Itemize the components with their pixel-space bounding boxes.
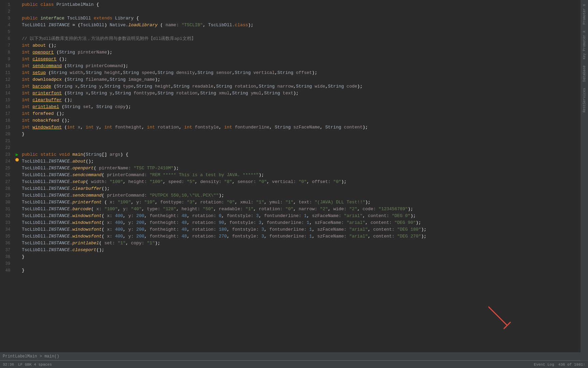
line-number: 15 [0,97,14,104]
code-line-6: 6 // 以下为dll函数库支持的方法，方法的作用与参数说明见附件【dll函数库… [0,35,580,42]
line-number: 38 [0,254,14,260]
code-line-38: 38 } [0,254,580,260]
line-number: 36 [0,240,14,247]
line-number: 37 [0,247,14,254]
status-bar: 32:36 LF GBK 4 spaces Event Log 436 of 1… [0,361,588,368]
code-line-34: 34 TscLibDll.INSTANCE.windowsfont( x: 40… [0,226,580,233]
line-code: TscLibDll.INSTANCE.about(); [20,158,580,165]
line-number: 10 [0,63,14,70]
line-number: 25 [0,165,14,172]
line-number: 18 [0,117,14,124]
code-line-35: 35 TscLibDll.INSTANCE.windowsfont( x: 40… [0,233,580,240]
code-line-28: 28 TscLibDll.INSTANCE.clearbuffer(); [0,185,580,192]
line-code: TscLibDll.INSTANCE.windowsfont( x: 400, … [20,213,580,219]
line-code: } [20,267,580,274]
line-number: 11 [0,70,14,76]
svg-line-0 [488,307,507,325]
sidebar-tab-database[interactable]: Database [582,63,587,85]
line-code: TscLibDll.INSTANCE.windowsfont( x: 400, … [20,233,580,240]
code-line-24: 24 TscLibDll.INSTANCE.about(); [0,158,580,165]
breakpoint-icon[interactable] [15,158,19,162]
line-number: 34 [0,226,14,233]
line-code: int downloadpcx (String filename,String … [20,76,580,83]
line-code: public interface TscLibDll extends Libra… [20,15,580,22]
code-line-8: 8 int openport (String pirnterName); [0,49,580,56]
line-code: TscLibDll.INSTANCE.printlabel( set: "1",… [20,240,580,247]
code-line-4: 4 TscLibDll INSTANCE = (TscLibDll) Nativ… [0,22,580,29]
code-line-32: 32 TscLibDll.INSTANCE.windowsfont( x: 40… [0,213,580,219]
code-line-13: 13 int barcode (String x,String y,String… [0,83,580,90]
right-sidebar: Promoter X Key Promoter X Database RestS… [580,0,588,361]
code-line-20: 20 } [0,131,580,138]
line-code: } [20,254,580,260]
line-number: 28 [0,185,14,192]
line-code: int closeport (); [20,56,580,63]
code-line-25: 25 TscLibDll.INSTANCE.openport( pirnterN… [0,165,580,172]
line-code: int about (); [20,42,580,49]
line-number: 7 [0,42,14,49]
code-line-15: 15 int clearbuffer (); [0,97,580,104]
line-number: 4 [0,22,14,29]
line-code: int printlabel (String set, String copy)… [20,104,580,110]
run-arrow-icon[interactable]: ▶ [16,151,18,158]
code-editor: 1public class PrintLabelMain {23 public … [0,0,580,361]
status-position: 32:36 [3,363,14,367]
line-number: 3 [0,15,14,22]
sidebar-tab-key-promoter[interactable]: Key Promoter X [582,28,587,62]
line-number: 26 [0,172,14,179]
code-line-19: 19 int windowsfont (int x, int y, int fo… [0,124,580,131]
code-line-29: 29 TscLibDll.INSTANCE.sendcommand( print… [0,192,580,199]
event-log[interactable]: Event Log [534,363,554,367]
sidebar-tab-rest[interactable]: RestServices [582,85,587,115]
line-number: 27 [0,179,14,185]
status-right: Event Log 436 of 1981↑ [534,363,585,367]
line-number: 5 [0,29,14,35]
line-number: 22 [0,144,14,151]
svg-line-2 [504,325,507,329]
line-number: 14 [0,90,14,97]
code-line-9: 9 int closeport (); [0,56,580,63]
code-line-33: 33 TscLibDll.INSTANCE.windowsfont( x: 40… [0,219,580,226]
line-gutter: ▶ [14,151,20,158]
code-line-23: 23▶ public static void main(String[] arg… [0,151,580,158]
line-code: TscLibDll.INSTANCE.setup( width: "100", … [20,179,580,185]
main-area: 1public class PrintLabelMain {23 public … [0,0,588,361]
line-number: 1 [0,1,14,8]
code-content[interactable]: 1public class PrintLabelMain {23 public … [0,0,580,352]
line-code: public static void main(String[] args) { [20,151,580,158]
code-line-12: 12 int downloadpcx (String filename,Stri… [0,76,580,83]
code-line-26: 26 TscLibDll.INSTANCE.sendcommand( print… [0,172,580,179]
line-code: TscLibDll.INSTANCE.closeport(); [20,247,580,254]
line-number: 8 [0,49,14,56]
line-code: int formfeed (); [20,110,580,117]
line-number: 12 [0,76,14,83]
svg-marker-1 [504,322,511,329]
line-code: TscLibDll.INSTANCE.openport( pirnterName… [20,165,580,172]
line-code: TscLibDll.INSTANCE.barcode( x: "100", y:… [20,206,580,213]
code-line-21: 21 [0,138,580,144]
line-code: TscLibDll.INSTANCE.windowsfont( x: 400, … [20,226,580,233]
line-number: 6 [0,35,14,42]
line-code: public class PrintLabelMain { [20,1,580,8]
line-code: TscLibDll INSTANCE = (TscLibDll) Native.… [20,22,580,29]
code-line-27: 27 TscLibDll.INSTANCE.setup( width: "100… [0,179,580,185]
line-number: 16 [0,104,14,110]
status-lines: 436 of 1981↑ [558,363,585,367]
line-number: 9 [0,56,14,63]
line-gutter [14,158,20,162]
breadcrumb-text: PrintLabelMain > main() [3,354,59,359]
line-number: 17 [0,110,14,117]
line-code: int setup (String width,String height,St… [20,70,580,76]
line-code: int printerfont (String x,String y,Strin… [20,90,580,97]
sidebar-tab-promoter[interactable]: Promoter X [582,1,587,27]
line-code: int nobackfeed (); [20,117,580,124]
line-code: int openport (String pirnterName); [20,49,580,56]
line-number: 39 [0,260,14,267]
line-number: 13 [0,83,14,90]
code-line-5: 5 [0,29,580,35]
code-line-31: 31 TscLibDll.INSTANCE.barcode( x: "100",… [0,206,580,213]
line-code: TscLibDll.INSTANCE.sendcommand( printerC… [20,172,580,179]
code-lines: 1public class PrintLabelMain {23 public … [0,0,580,275]
line-code: TscLibDll.INSTANCE.sendcommand( printerC… [20,192,580,199]
line-code: int windowsfont (int x, int y, int fonth… [20,124,580,131]
